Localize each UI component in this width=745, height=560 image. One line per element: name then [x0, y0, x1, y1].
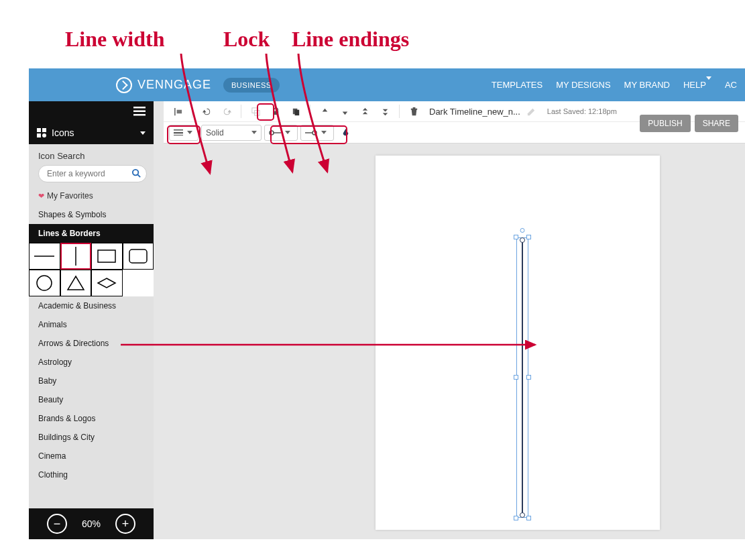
annotation-lock: Lock	[223, 27, 270, 52]
redo-button[interactable]	[218, 103, 235, 119]
svg-rect-12	[133, 107, 146, 109]
svg-rect-13	[133, 111, 146, 113]
svg-rect-17	[37, 133, 41, 137]
category-item[interactable]: Baby	[29, 372, 154, 390]
line-width-icon	[174, 129, 183, 136]
send-back-button[interactable]	[376, 103, 394, 119]
category-item[interactable]: Beauty	[29, 390, 154, 409]
svg-point-25	[37, 276, 52, 290]
action-buttons: PUBLISH SHARE	[640, 115, 738, 132]
rotate-handle[interactable]	[520, 228, 525, 233]
search-icon[interactable]	[131, 168, 141, 181]
resize-handle[interactable]	[526, 235, 531, 239]
svg-point-19	[133, 170, 138, 175]
app-frame: VENNGAGE BUSINESS TEMPLATES MY DESIGNS M…	[29, 68, 745, 539]
search-block: Icon Search	[29, 144, 154, 186]
category-item[interactable]: Astrology	[29, 353, 154, 372]
svg-rect-15	[37, 128, 41, 132]
resize-handle[interactable]	[514, 375, 518, 380]
category-item[interactable]: Brands & Logos	[29, 409, 154, 428]
bring-front-button[interactable]	[356, 103, 374, 119]
brand-logo[interactable]: VENNGAGE	[116, 77, 211, 93]
category-item[interactable]: Academic & Business	[29, 296, 154, 315]
share-button[interactable]: SHARE	[695, 115, 738, 132]
svg-rect-2	[273, 111, 278, 115]
svg-rect-24	[129, 249, 147, 263]
shape-circle[interactable]	[29, 270, 60, 296]
line-color-button[interactable]	[337, 125, 354, 141]
top-bar: VENNGAGE BUSINESS TEMPLATES MY DESIGNS M…	[29, 68, 745, 101]
line-style-label: Solid	[206, 128, 224, 137]
nav-my-brand[interactable]: MY BRAND	[624, 80, 670, 90]
end-cap-dropdown[interactable]	[300, 125, 334, 141]
panel-header[interactable]: Icons	[29, 121, 154, 144]
shape-horizontal-line[interactable]	[29, 243, 60, 270]
chevron-down-icon	[285, 131, 290, 134]
svg-rect-5	[174, 129, 183, 131]
publish-button[interactable]: PUBLISH	[640, 115, 690, 132]
canvas-page[interactable]	[376, 156, 660, 530]
last-saved-label: Last Saved: 12:18pm	[547, 107, 617, 115]
category-lines-borders[interactable]: Lines & Borders	[29, 224, 154, 243]
category-item[interactable]: Buildings & City	[29, 428, 154, 447]
zoom-out-button[interactable]: −	[47, 514, 67, 534]
svg-rect-4	[294, 109, 299, 115]
zoom-in-button[interactable]: +	[115, 514, 135, 534]
brand-name: VENNGAGE	[137, 78, 211, 92]
end-cap-icon	[305, 129, 317, 136]
svg-rect-6	[174, 132, 183, 133]
shape-rounded-rect[interactable]	[123, 243, 154, 270]
plan-badge[interactable]: BUSINESS	[223, 78, 280, 93]
svg-rect-16	[42, 128, 46, 132]
svg-rect-14	[133, 114, 146, 116]
nav-help[interactable]: HELP	[683, 80, 711, 90]
start-cap-dropdown[interactable]	[264, 125, 298, 141]
sidebar: Icons Icon Search ❤My Favorites Shapes &…	[29, 101, 154, 539]
chevron-down-icon	[187, 131, 192, 134]
svg-line-20	[137, 174, 140, 177]
delete-button[interactable]	[405, 103, 422, 119]
copy-button[interactable]	[287, 103, 304, 119]
category-shapes[interactable]: Shapes & Symbols	[29, 205, 154, 224]
line-style-dropdown[interactable]: Solid	[201, 125, 262, 141]
hamburger-icon	[133, 107, 146, 116]
line-endpoint-top[interactable]	[520, 237, 525, 243]
shape-vertical-line[interactable]	[60, 243, 92, 270]
zoom-bar: − 60% +	[29, 508, 154, 539]
shape-empty	[123, 270, 154, 296]
separator	[192, 105, 192, 118]
category-item[interactable]: Cinema	[29, 447, 154, 465]
lock-button[interactable]	[267, 103, 284, 119]
nav-my-designs[interactable]: MY DESIGNS	[556, 80, 610, 90]
group-button[interactable]	[247, 103, 264, 119]
document-title[interactable]: Dark Timeline_new_n...	[429, 107, 520, 117]
category-item[interactable]: Animals	[29, 315, 154, 334]
shape-diamond[interactable]	[91, 270, 123, 296]
nav-templates[interactable]: TEMPLATES	[492, 80, 542, 90]
canvas-area[interactable]	[164, 144, 745, 539]
hamburger-button[interactable]	[29, 101, 154, 121]
category-list[interactable]: ❤My Favorites Shapes & Symbols Lines & B…	[29, 186, 154, 508]
shape-triangle[interactable]	[60, 270, 92, 296]
bring-forward-button[interactable]	[316, 103, 333, 119]
resize-handle[interactable]	[514, 516, 518, 520]
nav-account[interactable]: AC	[725, 80, 737, 90]
category-item[interactable]: Arrows & Directions	[29, 334, 154, 353]
edit-title-icon[interactable]	[523, 103, 540, 119]
resize-handle[interactable]	[526, 375, 531, 380]
category-item[interactable]: Clothing	[29, 465, 154, 484]
line-width-dropdown[interactable]	[169, 125, 198, 141]
category-favorites[interactable]: ❤My Favorites	[29, 186, 154, 205]
align-button[interactable]	[169, 103, 186, 119]
svg-point-11	[312, 131, 317, 135]
send-backward-button[interactable]	[336, 103, 353, 119]
line-endpoint-bottom[interactable]	[520, 512, 525, 518]
undo-button[interactable]	[198, 103, 215, 119]
resize-handle[interactable]	[514, 235, 518, 239]
panel-title: Icons	[52, 127, 74, 138]
search-input[interactable]	[38, 165, 147, 182]
resize-handle[interactable]	[526, 516, 531, 520]
selected-line-object[interactable]	[516, 237, 528, 518]
shape-rectangle[interactable]	[91, 243, 123, 270]
annotation-line-width: Line width	[65, 27, 164, 52]
